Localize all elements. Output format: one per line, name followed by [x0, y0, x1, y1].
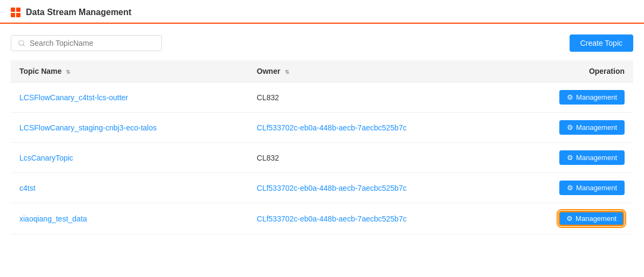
gear-icon: ⚙: [567, 154, 573, 162]
cell-operation: ⚙Management: [505, 82, 633, 113]
create-topic-button[interactable]: Create Topic: [570, 34, 633, 52]
cell-topic-name[interactable]: LCSFlowCanary_c4tst-lcs-outter: [11, 82, 248, 113]
gear-icon: ⚙: [567, 93, 573, 101]
gear-icon: ⚙: [566, 214, 573, 223]
search-icon: [18, 39, 25, 47]
cell-operation: ⚙Management: [505, 173, 633, 203]
data-table-container: Topic Name ⇅ Owner ⇅ Operation LCSFlowCa…: [0, 60, 644, 234]
cell-topic-name[interactable]: LcsCanaryTopic: [11, 143, 248, 173]
management-button[interactable]: ⚙Management: [559, 150, 625, 165]
management-button-label: Management: [576, 154, 617, 162]
table-row: c4tstCLf533702c-eb0a-448b-aecb-7aecbc525…: [11, 173, 633, 203]
management-button[interactable]: ⚙Management: [558, 211, 625, 226]
page-header: Data Stream Management: [0, 0, 644, 24]
sort-icon-owner: ⇅: [285, 69, 289, 75]
management-button[interactable]: ⚙Management: [559, 181, 625, 195]
page-title: Data Stream Management: [26, 8, 132, 17]
cell-owner: CL832: [248, 82, 505, 113]
cell-owner: CL832: [248, 143, 505, 173]
cell-topic-name[interactable]: LCSFlowCanary_staging-cnbj3-eco-talos: [11, 113, 248, 143]
col-operation: Operation: [505, 60, 633, 82]
management-button[interactable]: ⚙Management: [559, 120, 625, 135]
management-button[interactable]: ⚙Management: [559, 90, 625, 105]
grid-icon: [11, 8, 20, 17]
table-row: LCSFlowCanary_c4tst-lcs-outterCL832⚙Mana…: [11, 82, 633, 113]
table-row: LCSFlowCanary_staging-cnbj3-eco-talosCLf…: [11, 113, 633, 143]
search-input[interactable]: [30, 39, 155, 47]
gear-icon: ⚙: [567, 123, 573, 131]
management-button-label: Management: [576, 123, 617, 131]
cell-topic-name[interactable]: xiaoqiang_test_data: [11, 203, 248, 234]
gear-icon: ⚙: [567, 184, 573, 192]
table-row: xiaoqiang_test_dataCLf533702c-eb0a-448b-…: [11, 203, 633, 234]
cell-owner: CLf533702c-eb0a-448b-aecb-7aecbc525b7c: [248, 173, 505, 203]
management-button-label: Management: [576, 184, 617, 192]
sort-icon-topic: ⇅: [66, 69, 70, 75]
col-owner[interactable]: Owner ⇅: [248, 60, 505, 82]
search-box[interactable]: [11, 35, 162, 51]
cell-topic-name[interactable]: c4tst: [11, 173, 248, 203]
cell-owner: CLf533702c-eb0a-448b-aecb-7aecbc525b7c: [248, 203, 505, 234]
toolbar: Create Topic: [0, 24, 644, 60]
table-header: Topic Name ⇅ Owner ⇅ Operation: [11, 60, 633, 82]
svg-line-1: [23, 45, 25, 46]
table-row: LcsCanaryTopicCL832⚙Management: [11, 143, 633, 173]
cell-operation: ⚙Management: [505, 113, 633, 143]
management-button-label: Management: [576, 214, 616, 223]
table-body: LCSFlowCanary_c4tst-lcs-outterCL832⚙Mana…: [11, 82, 633, 234]
cell-operation: ⚙Management: [505, 203, 633, 234]
col-topic-name[interactable]: Topic Name ⇅: [11, 60, 248, 82]
topics-table: Topic Name ⇅ Owner ⇅ Operation LCSFlowCa…: [11, 60, 633, 234]
management-button-label: Management: [576, 93, 617, 101]
cell-operation: ⚙Management: [505, 143, 633, 173]
cell-owner: CLf533702c-eb0a-448b-aecb-7aecbc525b7c: [248, 113, 505, 143]
